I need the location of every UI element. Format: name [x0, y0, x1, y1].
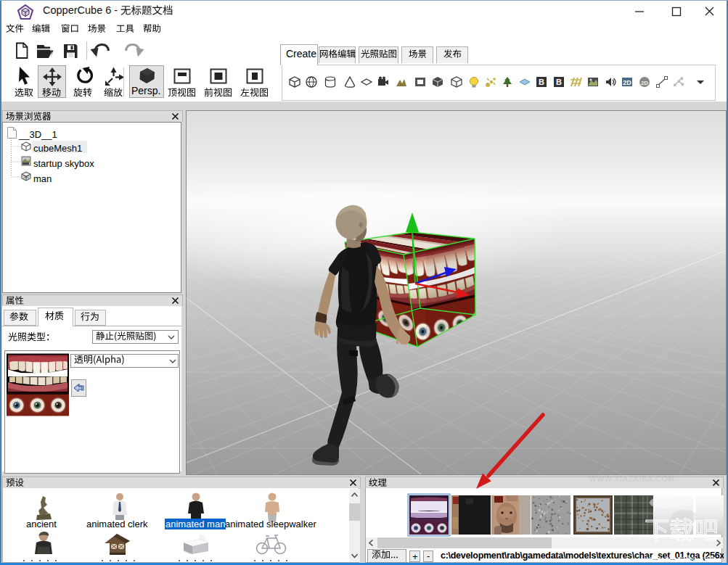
svg-text:B: B: [556, 78, 562, 86]
svg-text:2D: 2D: [641, 80, 648, 86]
svg-text:2D: 2D: [623, 79, 631, 86]
svg-text:B: B: [539, 78, 544, 86]
